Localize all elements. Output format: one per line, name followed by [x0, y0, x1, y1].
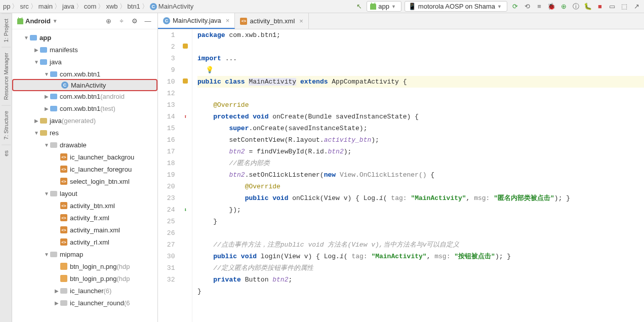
gutter-override-marker[interactable]: [183, 78, 188, 84]
line-number[interactable]: 14: [158, 111, 175, 123]
line-number[interactable]: 19: [158, 169, 175, 181]
code-line[interactable]: protected void onCreate(Bundle savedInst…: [197, 111, 644, 123]
code-line[interactable]: public void login(View v) { Log.i( tag: …: [197, 251, 644, 262]
tree-item[interactable]: btn_login_n.png (hdp: [12, 260, 157, 272]
stop-icon[interactable]: ■: [595, 2, 605, 11]
override-up-icon[interactable]: ⬆: [184, 114, 187, 120]
line-number[interactable]: 25: [158, 216, 175, 227]
breadcrumb-item[interactable]: java: [62, 3, 74, 10]
gear-icon[interactable]: ⚙: [130, 17, 139, 26]
tree-item[interactable]: ▼mipmap: [12, 248, 157, 260]
tool-window-tab[interactable]: 1: Project: [2, 13, 11, 47]
code-line[interactable]: //匿名内部类: [197, 157, 644, 169]
breadcrumb-item[interactable]: src: [20, 3, 28, 10]
line-number[interactable]: 9: [158, 64, 175, 76]
code-line[interactable]: public void onClick(View v) { Log.i( tag…: [197, 192, 644, 204]
code-line[interactable]: private Button btn2;: [197, 274, 644, 286]
tree-item[interactable]: ▼res: [12, 127, 157, 139]
tree-item[interactable]: <>select_login_btn.xml: [12, 175, 157, 187]
expand-arrow-icon[interactable]: ▶: [33, 47, 39, 53]
tree-item[interactable]: <>activity_main.xml: [12, 224, 157, 236]
expand-arrow-icon[interactable]: ▼: [44, 142, 50, 148]
breadcrumb-item[interactable]: xwb: [106, 3, 117, 10]
tree-item[interactable]: <>activity_rl.xml: [12, 236, 157, 248]
tree-item[interactable]: btn_login_p.png (hdp: [12, 272, 157, 285]
editor-tab[interactable]: CMainActivity.java×: [158, 13, 235, 29]
line-number[interactable]: 13: [158, 99, 175, 111]
sdk-icon[interactable]: ⬚: [620, 2, 629, 11]
sync-icon[interactable]: ↗: [632, 2, 641, 11]
code-line[interactable]: [197, 41, 644, 53]
tree-item[interactable]: <>ic_launcher_foregrou: [12, 163, 157, 175]
tool-window-tab[interactable]: Resource Manager: [2, 47, 11, 105]
tool-window-tab[interactable]: 7: Structure: [2, 105, 11, 145]
line-number[interactable]: 16: [158, 134, 175, 146]
override-down-icon[interactable]: ⬇: [184, 207, 187, 213]
line-number[interactable]: 1: [158, 29, 175, 41]
tree-item[interactable]: ▶manifests: [12, 44, 157, 56]
expand-arrow-icon[interactable]: ▶: [54, 288, 60, 294]
code-line[interactable]: //点击事件方法，注意public void 方法名(View v),当中方法名…: [197, 239, 644, 251]
debug-icon[interactable]: 🐞: [547, 2, 556, 11]
code-line[interactable]: }: [197, 216, 644, 227]
tree-item[interactable]: ▼layout: [12, 187, 157, 199]
code-line[interactable]: public class MainActivity extends AppCom…: [197, 76, 644, 88]
tree-item[interactable]: ▼drawable: [12, 139, 157, 151]
tree-item[interactable]: ▶com.xwb.btn1 (android: [12, 90, 157, 102]
expand-arrow-icon[interactable]: ▼: [44, 252, 50, 257]
line-number[interactable]: 18: [158, 157, 175, 169]
tool-window-tab[interactable]: es: [2, 145, 11, 162]
line-number[interactable]: 27: [158, 239, 175, 251]
expand-arrow-icon[interactable]: ▶: [54, 300, 60, 306]
line-number[interactable]: 2: [158, 41, 175, 53]
tree-item[interactable]: ▶ic_launcher_round (6: [12, 297, 157, 309]
code-line[interactable]: }: [197, 286, 644, 297]
tree-item[interactable]: ▶ic_launcher (6): [12, 285, 157, 297]
expand-arrow-icon[interactable]: ▼: [44, 71, 50, 77]
code-line[interactable]: setContentView(R.layout.activity_btn);: [197, 134, 644, 146]
code-line[interactable]: [197, 88, 644, 99]
editor-tab[interactable]: <>activity_btn.xml×: [235, 13, 308, 29]
hammer-icon[interactable]: ↖: [354, 2, 364, 11]
code-content[interactable]: package com.xwb.btn1; import ... 💡public…: [192, 29, 644, 322]
build-config-combo[interactable]: app ▼: [367, 1, 401, 12]
line-number[interactable]: 10: [158, 76, 175, 88]
apply-changes-icon[interactable]: ⟲: [522, 2, 532, 11]
expand-arrow-icon[interactable]: ▼: [33, 59, 39, 65]
close-tab-icon[interactable]: ×: [299, 17, 303, 25]
line-number[interactable]: 15: [158, 123, 175, 134]
expand-arrow-icon[interactable]: ▼: [33, 130, 39, 136]
profiler-icon[interactable]: ⓘ: [571, 2, 580, 11]
breadcrumb-item[interactable]: com: [84, 3, 97, 10]
code-editor[interactable]: 1239101213141516171819202324252627303132…: [158, 29, 644, 322]
expand-arrow-icon[interactable]: ▼: [44, 191, 50, 196]
line-number[interactable]: 20: [158, 181, 175, 192]
line-number[interactable]: 12: [158, 88, 175, 99]
line-number[interactable]: 31: [158, 262, 175, 274]
breadcrumb-item[interactable]: main: [38, 3, 53, 10]
panel-selector[interactable]: Android ▼: [17, 17, 58, 25]
project-tree[interactable]: ▼app▶manifests▼java▼com.xwb.btn1CMainAct…: [12, 29, 157, 322]
avd-icon[interactable]: ▭: [608, 2, 617, 11]
line-number[interactable]: 24: [158, 204, 175, 216]
tree-item[interactable]: ▶com.xwb.btn1 (test): [12, 102, 157, 114]
code-line[interactable]: btn2.setOnClickListener(new View.OnClick…: [197, 169, 644, 181]
tree-item[interactable]: <>ic_launcher_backgrou: [12, 151, 157, 163]
code-line[interactable]: [197, 227, 644, 239]
code-line[interactable]: @Override: [197, 181, 644, 192]
breadcrumb-item[interactable]: CMainActivity: [150, 3, 193, 10]
code-line[interactable]: package com.xwb.btn1;: [197, 29, 644, 41]
line-number[interactable]: 26: [158, 227, 175, 239]
expand-arrow-icon[interactable]: ▶: [33, 118, 39, 124]
breadcrumb-item[interactable]: pp: [3, 3, 10, 10]
code-line[interactable]: super.onCreate(savedInstanceState);: [197, 123, 644, 134]
run-icon[interactable]: ⟳: [510, 2, 519, 11]
tree-item[interactable]: ▶java (generated): [12, 114, 157, 127]
tree-item[interactable]: ▼app: [12, 31, 157, 44]
line-number[interactable]: 30: [158, 251, 175, 262]
tree-item[interactable]: ▼java: [12, 56, 157, 68]
line-number[interactable]: 23: [158, 192, 175, 204]
coverage-icon[interactable]: ⊕: [559, 2, 568, 11]
breadcrumb-item[interactable]: btn1: [128, 3, 140, 10]
attach-icon[interactable]: 🐛: [583, 2, 592, 11]
